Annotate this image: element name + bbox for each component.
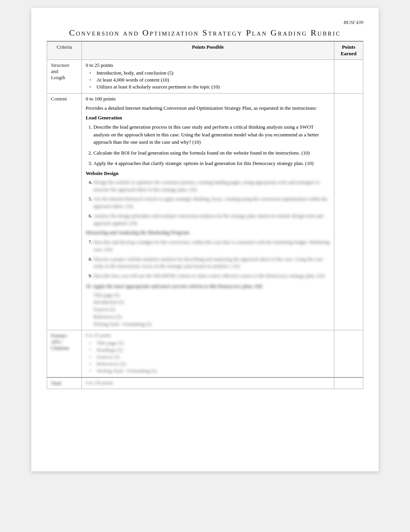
lead-gen-item-3: Apply the 4 approaches that clarify stra…	[93, 160, 330, 167]
page: BUSI 439 Conversion and Optimization Str…	[31, 8, 379, 471]
lead-gen-header: Lead Generation	[86, 115, 330, 121]
header-points-possible: Points Possible	[82, 42, 334, 60]
website-item-3: Analyze the design principles and evalua…	[93, 212, 330, 227]
earned-content	[334, 93, 363, 330]
structure-bullets: Introduction, body, and conclusion (5) A…	[86, 70, 330, 90]
header-criteria: Criteria	[47, 42, 82, 60]
table-row-structure: StructureandLength 0 to 25 points Introd…	[47, 59, 363, 93]
website-item-2: Use the Internet Research Article to app…	[93, 195, 330, 210]
blurred-sub-items: Title page (5) Introduction (5) Sources …	[86, 292, 330, 328]
bullet-3: Utilizes at least 8 scholarly sources pe…	[90, 84, 330, 90]
main-title: Conversion and Optimization Strategy Pla…	[47, 28, 363, 41]
measuring-list: Describe and develop a budget for the co…	[86, 239, 330, 280]
website-design-header: Website Design	[86, 170, 330, 177]
earned-total	[334, 377, 363, 389]
points-format: 0 to 25 points Title page (5) Headings (…	[82, 330, 334, 378]
points-content: 0 to 100 points Provides a detailed Inte…	[82, 93, 334, 330]
points-range-structure: 0 to 25 points	[86, 62, 330, 68]
bullet-2: At least 4,000 words of content (10)	[90, 77, 330, 83]
table-row-format: Format /APA /Citations 0 to 25 points Ti…	[47, 330, 363, 378]
measuring-item-1: Describe and develop a budget for the co…	[93, 239, 330, 253]
table-row-content: Content 0 to 100 points Provides a detai…	[47, 93, 363, 330]
lead-gen-item-2: Calculate the ROI for lead generation us…	[93, 149, 330, 157]
website-item-1: Design the website to optimize the custo…	[93, 179, 330, 194]
criteria-content: Content	[47, 93, 82, 330]
criteria-total: Total	[47, 377, 82, 389]
blurred-apply-paragraph: 10. Apply the most appropriate and most …	[86, 283, 330, 290]
measuring-item-3: Describe how you will use the SMARTER cr…	[93, 272, 330, 280]
lead-gen-item-1: Describe the lead generation process in …	[93, 123, 330, 146]
points-range-content: 0 to 100 points	[86, 96, 330, 102]
table-row-total: Total 0 to 150 points	[47, 377, 363, 389]
lead-gen-list: Describe the lead generation process in …	[86, 123, 330, 167]
points-structure: 0 to 25 points Introduction, body, and c…	[82, 59, 334, 93]
measuring-item-2: Discuss a proper website analytics analy…	[93, 256, 330, 270]
criteria-format: Format /APA /Citations	[47, 330, 82, 378]
website-design-list: Design the website to optimize the custo…	[86, 179, 330, 227]
earned-format	[334, 330, 363, 378]
content-intro: Provides a detailed Internet marketing C…	[86, 104, 330, 112]
blurred-subheader: Measuring and Analyzing the Marketing Pr…	[86, 229, 330, 236]
earned-structure	[334, 59, 363, 93]
rubric-table: Criteria Points Possible PointsEarned St…	[47, 41, 363, 389]
bullet-1: Introduction, body, and conclusion (5)	[90, 70, 330, 76]
criteria-structure: StructureandLength	[47, 59, 82, 93]
points-total: 0 to 150 points	[82, 377, 334, 389]
header-points-earned: PointsEarned	[334, 42, 363, 60]
course-code: BUSI 439	[47, 19, 363, 25]
